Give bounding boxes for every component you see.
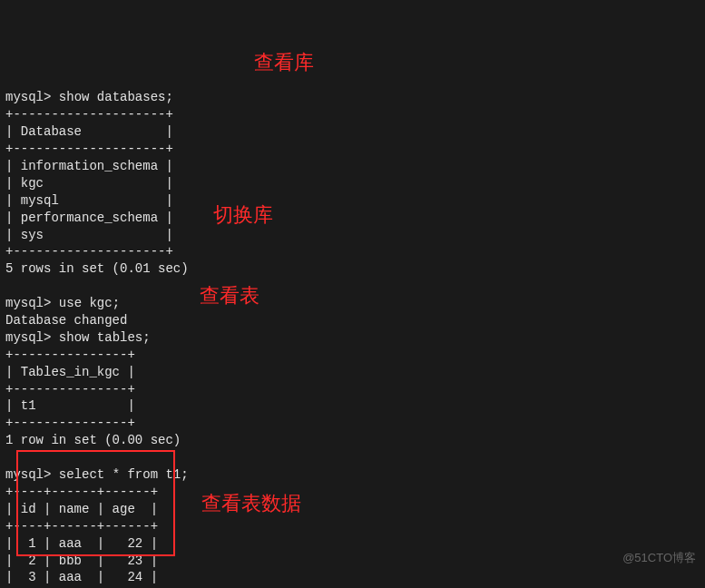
cmd-use: use kgc; [59, 296, 120, 310]
table-border: +---------------+ [5, 348, 135, 362]
select-row: | 3 | aaa | 24 | [5, 570, 158, 584]
table-border: +----+------+------+ [5, 485, 158, 499]
table-border: +--------------------+ [5, 142, 173, 156]
db-row: | information_schema | [5, 159, 173, 173]
watermark: @51CTO博客 [622, 550, 696, 566]
use-response: Database changed [5, 313, 127, 328]
prompt: mysql> [5, 90, 51, 104]
cmd-show-databases: show databases; [59, 90, 173, 104]
db-row: | performance_schema | [5, 211, 173, 225]
db-row: | sys | [5, 228, 173, 242]
select-row: | 2 | bbb | 23 | [5, 554, 158, 568]
annotation-view-db: 查看库 [254, 49, 314, 76]
annotation-switch-db: 切换库 [213, 201, 273, 229]
table-row: | t1 | [5, 398, 135, 413]
db-header: | Database | [5, 124, 173, 139]
db-footer: 5 rows in set (0.01 sec) [5, 261, 189, 276]
table-border: +---------------+ [5, 416, 135, 430]
prompt: mysql> [5, 330, 51, 345]
cmd-show-tables: show tables; [59, 330, 151, 345]
tables-footer: 1 row in set (0.00 sec) [5, 433, 181, 447]
annotation-view-data: 查看表数据 [201, 490, 301, 517]
prompt: mysql> [5, 467, 51, 482]
terminal-output: mysql> show databases; +----------------… [5, 73, 700, 588]
table-border: +----+------+------+ [5, 519, 158, 534]
table-border: +--------------------+ [5, 244, 173, 259]
table-border: +--------------------+ [5, 107, 173, 122]
db-row: | kgc | [5, 176, 173, 191]
prompt: mysql> [5, 296, 51, 310]
select-header: | id | name | age | [5, 502, 158, 516]
tables-header: | Tables_in_kgc | [5, 365, 135, 379]
select-row: | 1 | aaa | 22 | [5, 536, 158, 551]
cmd-select: select * from t1; [59, 467, 189, 482]
table-border: +---------------+ [5, 382, 135, 397]
annotation-view-tables: 查看表 [200, 282, 259, 309]
db-row: | mysql | [5, 193, 173, 208]
